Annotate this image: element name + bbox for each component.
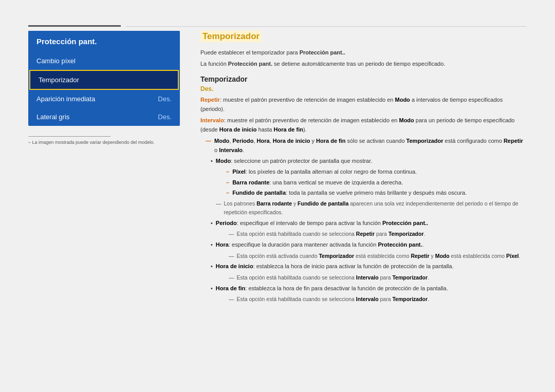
- intro1-link: Protección pant..: [300, 49, 345, 55]
- note1-modo: Modo: [214, 138, 229, 144]
- bullet-hora-fin: • Hora de fin: establezca la hora de fin…: [211, 284, 527, 293]
- sidebar-item-value: Des.: [158, 113, 172, 121]
- bullet-dot: •: [211, 157, 213, 166]
- bullet-periodo: • Periodo: especifique el intervalo de t…: [211, 219, 527, 228]
- bullet-hora-inicio: • Hora de inicio: establezca la hora de …: [211, 262, 527, 271]
- sidebar-item-label: Aparición inmediata: [36, 95, 95, 103]
- note1-hora: Hora: [257, 138, 270, 144]
- intro-line-2: La función Protección pant. se detiene a…: [200, 60, 527, 68]
- note1-temporizador: Temporizador: [406, 138, 443, 144]
- bullet1-label: Modo: [216, 158, 231, 164]
- top-line-right: [126, 26, 527, 27]
- bullet3-link: Protección pant.: [378, 241, 422, 248]
- note2-dash: —: [216, 199, 221, 217]
- sidebar-item-temporizador[interactable]: Temporizador: [29, 70, 179, 90]
- sidebar-note-text: – La imagen mostrada puede variar depend…: [28, 140, 180, 145]
- sidebar-item-aparicion[interactable]: Aparición inmediata Des.: [28, 90, 180, 108]
- note1-periodo: Periodo: [232, 138, 253, 144]
- sidebar: Protección pant. Cambio píxel Temporizad…: [28, 31, 180, 382]
- bullet4-note: — Esta opción está habilitada cuando se …: [229, 273, 527, 282]
- para-repetir: Repetir: muestre el patrón preventivo de…: [200, 96, 527, 114]
- content-body: Repetir: muestre el patrón preventivo de…: [200, 96, 527, 304]
- sidebar-item-value: Des.: [158, 95, 172, 103]
- sidebar-item-cambio-pixel[interactable]: Cambio píxel: [28, 52, 180, 70]
- bullet2-note-temp: Temporizador: [388, 231, 424, 237]
- note1-intervalo: Intervalo: [219, 147, 243, 153]
- bullet-hora: • Hora: especifique la duración para man…: [211, 240, 527, 250]
- para-intervalo: Intervalo: muestre el patrón preventivo …: [200, 116, 527, 134]
- bullet-dot5: •: [211, 284, 213, 293]
- sidebar-item-label: Temporizador: [39, 76, 79, 84]
- bullet2-post: : especifique el intervalo de tiempo par…: [237, 220, 382, 226]
- sidebar-note-line: [28, 136, 110, 137]
- intervalo-hasta: hasta: [256, 126, 273, 133]
- repetir-post: : muestre el patrón preventivo de retenc…: [220, 97, 395, 103]
- sidebar-title: Protección pant.: [28, 31, 180, 52]
- note2: — Los patrones Barra rodante y Fundido d…: [216, 199, 527, 217]
- note1-repetir: Repetir: [504, 138, 523, 144]
- bullet2-note: — Esta opción está habilitada cuando se …: [229, 230, 527, 238]
- note2-barra: Barra rodante: [256, 200, 292, 207]
- content-area: Temporizador Puede establecer el tempori…: [200, 31, 527, 382]
- intervalo-modo: Modo: [399, 117, 414, 123]
- sub-barra: – Barra rodante: una barra vertical se m…: [226, 178, 527, 188]
- intervalo-label: Intervalo: [200, 117, 224, 123]
- intervalo-post: : muestre el patrón preventivo de retenc…: [224, 117, 399, 123]
- bullet4-label: Hora de inicio: [216, 263, 253, 269]
- intervalo-inicio: Hora de inicio: [219, 126, 257, 133]
- intro1-pre: Puede establecer el temporizador para: [200, 49, 300, 55]
- top-bar: [0, 0, 555, 31]
- note1: — Modo, Periodo, Hora, Hora de inicio y …: [206, 137, 527, 155]
- sidebar-item-lateral[interactable]: Lateral gris Des.: [28, 108, 180, 126]
- bullet5-post: : establezca la hora de fin para desacti…: [245, 285, 448, 291]
- section-title: Temporizador: [200, 75, 527, 83]
- bullet3-label: Hora: [216, 241, 229, 248]
- status-label: Des.: [200, 85, 527, 92]
- bullet-dot2: •: [211, 219, 213, 228]
- bullet2-note-post: para: [375, 231, 388, 237]
- sub2-label: Barra rodante: [232, 179, 269, 185]
- sub2-post: : una barra vertical se mueve de izquier…: [269, 179, 403, 185]
- intro2-pre: La función: [200, 61, 228, 67]
- note1-post: sólo se activan cuando: [346, 138, 406, 144]
- bullet3-post: : especifique la duración para mantener …: [229, 241, 378, 248]
- sub3-label: Fundido de pantalla: [232, 190, 286, 196]
- sidebar-note: – La imagen mostrada puede variar depend…: [28, 136, 180, 149]
- intervalo-fin: Hora de fin: [273, 126, 303, 133]
- sub-pixel: – Píxel: los píxeles de la pantalla alte…: [226, 167, 527, 177]
- bullet-dot3: •: [211, 240, 213, 250]
- bullet5-note: — Esta opción está habilitada cuando se …: [229, 295, 527, 304]
- intervalo-close: ).: [303, 126, 307, 133]
- bullet2-label: Periodo: [216, 220, 237, 226]
- main-layout: Protección pant. Cambio píxel Temporizad…: [0, 31, 555, 392]
- bullet5-label: Hora de fin: [216, 285, 245, 291]
- note2-fundido: Fundido de pantalla: [298, 200, 348, 207]
- sub-fundido: – Fundido de pantalla: toda la pantalla …: [226, 189, 527, 198]
- bullet2-note-end: .: [424, 231, 425, 237]
- top-line-left: [28, 25, 121, 27]
- sub1-post: : los píxeles de la pantalla alternan al…: [246, 169, 417, 175]
- repetir-modo: Modo: [395, 97, 410, 103]
- bullet-dot4: •: [211, 262, 213, 271]
- bullet4-post: : establezca la hora de inicio para acti…: [253, 263, 454, 269]
- bullet3-note: — Esta opción está activada cuando Tempo…: [229, 252, 527, 260]
- sub1-label: Píxel: [232, 169, 246, 175]
- bullet-modo: • Modo: seleccione un patrón protector d…: [211, 157, 527, 166]
- note1-text: Modo, Periodo, Hora, Hora de inicio y Ho…: [214, 137, 527, 155]
- repetir-label: Repetir: [200, 97, 220, 103]
- note1-horafin: Hora de fin: [316, 138, 345, 144]
- intro-line-1: Puede establecer el temporizador para Pr…: [200, 48, 527, 57]
- content-title: Temporizador: [200, 31, 262, 42]
- intro2-link: Protección pant.: [228, 61, 272, 67]
- page: Protección pant. Cambio píxel Temporizad…: [0, 0, 555, 392]
- bullet1-post: : seleccione un patrón protector de pant…: [231, 158, 372, 164]
- sub3-post: : toda la pantalla se vuelve primero más…: [286, 190, 467, 196]
- sidebar-panel: Protección pant. Cambio píxel Temporizad…: [28, 31, 180, 126]
- note2-dash2: —: [229, 230, 234, 238]
- intro2-post: se detiene automáticamente tras un perio…: [272, 61, 445, 67]
- sidebar-item-label: Cambio píxel: [36, 57, 76, 65]
- bullet2-note-pre: Esta opción está habilitada cuando se se…: [237, 231, 356, 237]
- sidebar-item-label: Lateral gris: [36, 113, 69, 121]
- note1-horainicio: Hora de inicio: [273, 138, 310, 144]
- note2-pre: Los patrones: [224, 200, 257, 207]
